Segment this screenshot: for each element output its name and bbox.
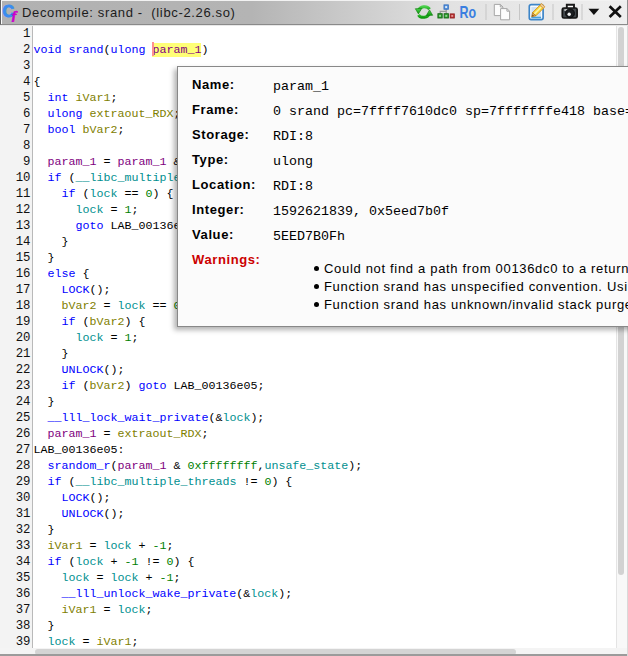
svg-text:f: f	[12, 8, 19, 22]
svg-text:Ro: Ro	[460, 3, 477, 22]
